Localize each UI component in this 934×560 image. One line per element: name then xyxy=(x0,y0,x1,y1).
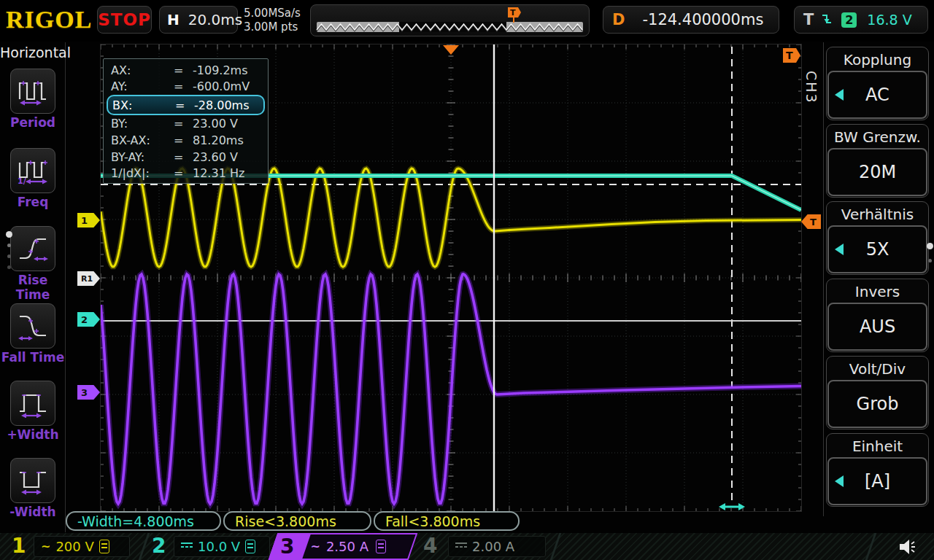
ch1-scale-value: 200 V xyxy=(55,539,93,554)
right-menu-channel-tab: CH3 xyxy=(803,71,819,104)
left-arrow-icon xyxy=(835,89,844,101)
menu-item-volt-div[interactable]: Volt/Div Grob xyxy=(826,356,929,429)
dc-coupling-icon xyxy=(455,542,467,551)
strip-trigger-flag-icon: T xyxy=(508,7,521,18)
cursor-measurement-box: AX:=-109.2ms AY:=-600.0mV BX:=-28.00ms B… xyxy=(103,58,269,184)
run-state-indicator[interactable]: STOP xyxy=(97,6,152,34)
ch3-number: 3 xyxy=(280,534,294,559)
t-label: T xyxy=(803,11,814,28)
probe-icon xyxy=(245,540,255,553)
top-status-bar: RIGOL STOP H 20.0ms 5.00MSa/s 3.00M pts … xyxy=(0,0,934,42)
trigger-source-badge: 2 xyxy=(841,12,857,28)
dc-coupling-icon xyxy=(181,542,193,551)
trigger-level-value: 16.8 V xyxy=(867,12,911,28)
menu-button-period[interactable]: Period xyxy=(0,69,66,130)
cursor-row-ax: AX:=-109.2ms xyxy=(111,62,263,78)
rigol-logo: RIGOL xyxy=(6,6,92,34)
menu-item-bw-grenzw[interactable]: BW Grenzw. 20M xyxy=(826,124,929,198)
waveform-overview-strip: T xyxy=(310,4,590,36)
overview-strip-graphic: T xyxy=(311,5,589,36)
channel-bar-divider xyxy=(550,533,562,560)
ch1-number[interactable]: 1 xyxy=(12,534,26,558)
channel-status-bar: 1 ~ 200 V 2 10.0 V 3 ~ 2.50 A 4 2.00 A xyxy=(0,533,934,560)
cursor-row-bx-selected[interactable]: BX:=-28.00ms xyxy=(107,95,265,115)
measure-label-fall: Fall<3.800ms xyxy=(374,511,520,531)
horizontal-timebase-box[interactable]: H 20.0ms xyxy=(159,6,238,34)
probe-icon xyxy=(99,540,109,553)
left-arrow-icon xyxy=(835,244,844,255)
ch4-number[interactable]: 4 xyxy=(423,534,437,558)
channel-bar-divider xyxy=(139,533,150,560)
right-soft-menu: Kopplung AC BW Grenzw. 20M Verhältnis 5X… xyxy=(826,47,929,510)
period-icon xyxy=(16,77,50,106)
measure-label-nwidth: -Width=4.800ms xyxy=(66,511,221,531)
measure-label-rise: Rise<3.800ms xyxy=(223,511,371,531)
menu-item-kopplung[interactable]: Kopplung AC xyxy=(826,47,929,120)
ch1-settings[interactable]: ~ 200 V xyxy=(34,536,130,557)
menu-item-invers[interactable]: Invers AUS xyxy=(826,279,929,352)
left-menu-title: Horizontal xyxy=(0,44,66,61)
right-menu-separator xyxy=(823,42,824,516)
ch3-settings-selected[interactable]: 3 ~ 2.50 A xyxy=(269,533,418,560)
ch3-scale-value: 2.50 A xyxy=(326,539,368,554)
strip-trigger-flag-label: T xyxy=(510,8,516,18)
svg-text:1/: 1/ xyxy=(18,176,27,185)
ch3-marker[interactable]: 3 xyxy=(77,385,100,400)
ch4-scale-value: 2.00 A xyxy=(472,539,514,554)
run-state-label: STOP xyxy=(98,10,151,29)
menu-button-pos-width[interactable]: +Width xyxy=(0,381,66,442)
menu-button-neg-width[interactable]: -Width xyxy=(0,458,66,519)
d-label: D xyxy=(612,11,625,28)
cursor-row-byay: BY-AY:=23.60 V xyxy=(111,149,263,165)
freq-icon: 1/ xyxy=(16,156,50,185)
beeper-icon xyxy=(898,537,918,556)
channel-bar-divider xyxy=(865,533,877,560)
pos-width-icon xyxy=(16,389,50,418)
sample-rate: 5.00MSa/s xyxy=(244,7,301,20)
ac-coupling-icon: ~ xyxy=(310,543,320,551)
cursor-row-freq: 1/|dX|:=12.31 Hz xyxy=(111,166,263,182)
trigger-level-marker-icon[interactable]: T xyxy=(801,214,821,229)
ref1-marker[interactable]: R1 xyxy=(77,271,100,286)
timebase-value: 20.0ms xyxy=(188,11,242,28)
cursor-row-by: BY:=23.00 V xyxy=(111,116,263,132)
ch2-number[interactable]: 2 xyxy=(152,534,166,558)
ch2-marker[interactable]: 2 xyxy=(77,312,100,327)
acquisition-info: 5.00MSa/s 3.00M pts xyxy=(244,7,301,34)
ch2-scale-value: 10.0 V xyxy=(198,539,240,554)
ch2-settings[interactable]: 10.0 V xyxy=(174,536,270,557)
trigger-status-box[interactable]: T 2 16.8 V xyxy=(794,6,928,34)
probe-icon xyxy=(376,540,386,553)
memory-depth: 3.00M pts xyxy=(244,20,301,34)
left-arrow-icon xyxy=(835,475,844,487)
ac-coupling-icon: ~ xyxy=(41,543,50,551)
ch4-settings[interactable]: 2.00 A xyxy=(448,536,546,557)
menu-item-einheit[interactable]: Einheit [A] xyxy=(826,433,929,507)
h-label: H xyxy=(167,11,180,28)
menu-button-freq[interactable]: 1/ Freq xyxy=(0,148,66,209)
cursor-row-bxax: BX-AX:=81.20ms xyxy=(111,133,263,149)
cursor-row-ay: AY:=-600.0mV xyxy=(111,79,263,95)
oscilloscope-screen: RIGOL STOP H 20.0ms 5.00MSa/s 3.00M pts … xyxy=(0,0,934,560)
trigger-delay-value: -124.400000ms xyxy=(642,11,763,28)
ch1-marker[interactable]: 1 xyxy=(77,213,100,228)
neg-width-icon xyxy=(16,466,50,495)
fall-time-icon xyxy=(16,311,50,341)
rise-time-icon xyxy=(16,234,50,263)
menu-button-fall-time[interactable]: Fall Time xyxy=(0,303,66,365)
falling-edge-trigger-icon xyxy=(819,12,834,28)
trigger-delay-box[interactable]: D -124.400000ms xyxy=(603,6,779,34)
menu-item-verhaeltnis[interactable]: Verhältnis 5X xyxy=(826,201,929,275)
